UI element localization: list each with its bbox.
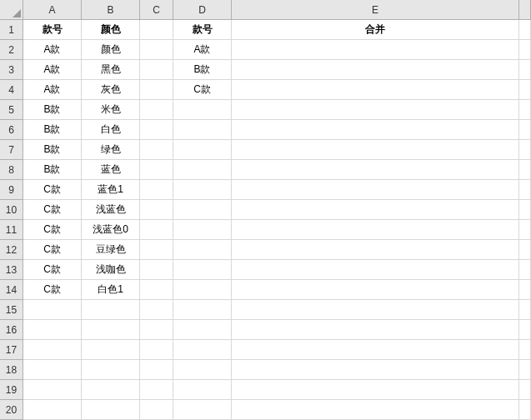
cell-A5[interactable]: B款 xyxy=(23,100,82,120)
cell-E14[interactable] xyxy=(232,280,519,300)
column-header-C[interactable]: C xyxy=(140,0,173,20)
cell-D7[interactable] xyxy=(173,140,232,160)
cell-C3[interactable] xyxy=(140,60,173,80)
cell-C8[interactable] xyxy=(140,160,173,180)
column-header-E[interactable]: E xyxy=(232,0,519,20)
cell-E20[interactable] xyxy=(232,400,519,420)
cell-E17[interactable] xyxy=(232,340,519,360)
cell-B4[interactable]: 灰色 xyxy=(82,80,140,100)
cell-A8[interactable]: B款 xyxy=(23,160,82,180)
cell-E15[interactable] xyxy=(232,300,519,320)
cell-E12[interactable] xyxy=(232,240,519,260)
cell-C9[interactable] xyxy=(140,180,173,200)
cell-E9[interactable] xyxy=(232,180,519,200)
cell-C6[interactable] xyxy=(140,120,173,140)
cell-x12[interactable] xyxy=(519,240,531,260)
cell-x18[interactable] xyxy=(519,360,531,380)
cell-B8[interactable]: 蓝色 xyxy=(82,160,140,180)
cell-C14[interactable] xyxy=(140,280,173,300)
row-header-17[interactable]: 17 xyxy=(0,340,23,360)
cell-E19[interactable] xyxy=(232,380,519,400)
cell-A11[interactable]: C款 xyxy=(23,220,82,240)
cell-A6[interactable]: B款 xyxy=(23,120,82,140)
cell-E5[interactable] xyxy=(232,100,519,120)
cell-B3[interactable]: 黑色 xyxy=(82,60,140,80)
row-header-13[interactable]: 13 xyxy=(0,260,23,280)
row-header-4[interactable]: 4 xyxy=(0,80,23,100)
cell-C2[interactable] xyxy=(140,40,173,60)
cell-x5[interactable] xyxy=(519,100,531,120)
cell-C10[interactable] xyxy=(140,200,173,220)
cell-A16[interactable] xyxy=(23,320,82,340)
cell-C11[interactable] xyxy=(140,220,173,240)
cell-A9[interactable]: C款 xyxy=(23,180,82,200)
row-header-10[interactable]: 10 xyxy=(0,200,23,220)
cell-D15[interactable] xyxy=(173,300,232,320)
row-header-19[interactable]: 19 xyxy=(0,380,23,400)
cell-B9[interactable]: 蓝色1 xyxy=(82,180,140,200)
cell-x19[interactable] xyxy=(519,380,531,400)
cell-A15[interactable] xyxy=(23,300,82,320)
cell-B2[interactable]: 颜色 xyxy=(82,40,140,60)
cell-D17[interactable] xyxy=(173,340,232,360)
cell-B15[interactable] xyxy=(82,300,140,320)
cell-D14[interactable] xyxy=(173,280,232,300)
cell-B7[interactable]: 绿色 xyxy=(82,140,140,160)
cell-x15[interactable] xyxy=(519,300,531,320)
cell-x6[interactable] xyxy=(519,120,531,140)
cell-C17[interactable] xyxy=(140,340,173,360)
row-header-18[interactable]: 18 xyxy=(0,360,23,380)
cell-D5[interactable] xyxy=(173,100,232,120)
cell-A12[interactable]: C款 xyxy=(23,240,82,260)
cell-B17[interactable] xyxy=(82,340,140,360)
cell-B16[interactable] xyxy=(82,320,140,340)
cell-A1[interactable]: 款号 xyxy=(23,20,82,40)
cell-B20[interactable] xyxy=(82,400,140,420)
cell-B18[interactable] xyxy=(82,360,140,380)
cell-x10[interactable] xyxy=(519,200,531,220)
cell-D3[interactable]: B款 xyxy=(173,60,232,80)
cell-x2[interactable] xyxy=(519,40,531,60)
cell-A2[interactable]: A款 xyxy=(23,40,82,60)
column-header-B[interactable]: B xyxy=(82,0,140,20)
cell-D2[interactable]: A款 xyxy=(173,40,232,60)
cell-x13[interactable] xyxy=(519,260,531,280)
select-all-corner[interactable] xyxy=(0,0,23,20)
cell-B11[interactable]: 浅蓝色0 xyxy=(82,220,140,240)
row-header-14[interactable]: 14 xyxy=(0,280,23,300)
cell-C7[interactable] xyxy=(140,140,173,160)
cell-B10[interactable]: 浅蓝色 xyxy=(82,200,140,220)
row-header-6[interactable]: 6 xyxy=(0,120,23,140)
cell-A14[interactable]: C款 xyxy=(23,280,82,300)
cell-A10[interactable]: C款 xyxy=(23,200,82,220)
cell-D18[interactable] xyxy=(173,360,232,380)
cell-A3[interactable]: A款 xyxy=(23,60,82,80)
cell-x1[interactable] xyxy=(519,20,531,40)
cell-B1[interactable]: 颜色 xyxy=(82,20,140,40)
cell-D9[interactable] xyxy=(173,180,232,200)
cell-D6[interactable] xyxy=(173,120,232,140)
cell-A13[interactable]: C款 xyxy=(23,260,82,280)
cell-C1[interactable] xyxy=(140,20,173,40)
cell-x8[interactable] xyxy=(519,160,531,180)
cell-x14[interactable] xyxy=(519,280,531,300)
cell-D11[interactable] xyxy=(173,220,232,240)
cell-D4[interactable]: C款 xyxy=(173,80,232,100)
cell-x17[interactable] xyxy=(519,340,531,360)
row-header-12[interactable]: 12 xyxy=(0,240,23,260)
cell-D19[interactable] xyxy=(173,380,232,400)
cell-x16[interactable] xyxy=(519,320,531,340)
cell-C20[interactable] xyxy=(140,400,173,420)
cell-x20[interactable] xyxy=(519,400,531,420)
cell-x9[interactable] xyxy=(519,180,531,200)
cell-D20[interactable] xyxy=(173,400,232,420)
cell-B5[interactable]: 米色 xyxy=(82,100,140,120)
cell-B6[interactable]: 白色 xyxy=(82,120,140,140)
cell-E10[interactable] xyxy=(232,200,519,220)
cell-E11[interactable] xyxy=(232,220,519,240)
row-header-1[interactable]: 1 xyxy=(0,20,23,40)
cell-D16[interactable] xyxy=(173,320,232,340)
cell-C15[interactable] xyxy=(140,300,173,320)
cell-E16[interactable] xyxy=(232,320,519,340)
cell-A20[interactable] xyxy=(23,400,82,420)
